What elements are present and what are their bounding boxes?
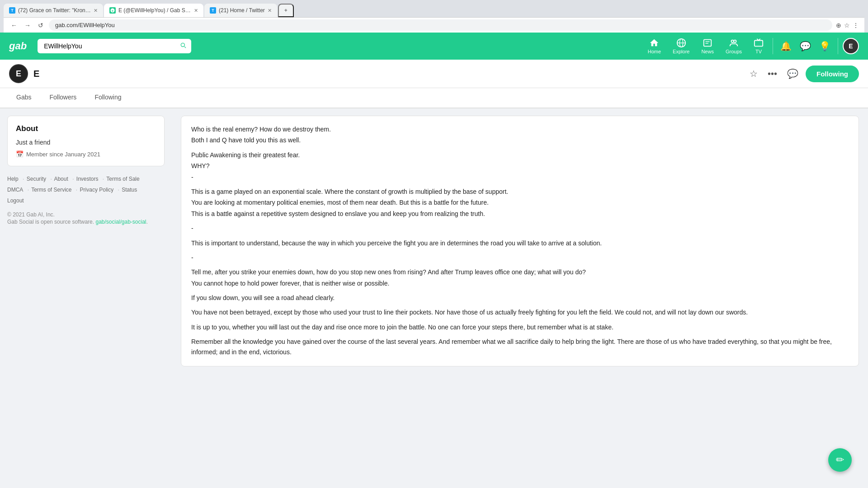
- footer-dmca[interactable]: DMCA: [7, 187, 23, 193]
- post-line-16: Remember all the knowledge you have gain…: [191, 337, 849, 357]
- profile-header: E E ☆ ••• 💬 Following: [0, 60, 868, 88]
- browser-addressbar: ← → ↺ ⊕ ☆ ⋮: [4, 17, 864, 33]
- post-line-2: Public Awakening is their greatest fear.: [191, 150, 849, 160]
- sidebar: About Just a friend 📅 Member since Janua…: [0, 108, 172, 488]
- compose-fab[interactable]: ✏: [828, 448, 852, 472]
- post-line-8: -: [191, 223, 849, 233]
- footer-status[interactable]: Status: [122, 187, 137, 193]
- browser-tab-twitter1[interactable]: T (72) Grace on Twitter: "Kronecke... ✕: [4, 4, 103, 17]
- svg-point-9: [734, 40, 736, 43]
- post-line-15: It is up to you, whether you will last o…: [191, 322, 849, 332]
- footer-oss: Gab Social is open source software. gab/…: [7, 219, 165, 225]
- svg-rect-5: [704, 40, 712, 47]
- main-layout: About Just a friend 📅 Member since Janua…: [0, 108, 868, 488]
- footer-oss-text: Gab Social is open source software.: [7, 219, 94, 225]
- cast-icon: ⊕: [836, 22, 841, 29]
- footer-about[interactable]: About: [54, 176, 68, 182]
- about-meta: 📅 Member since January 2021: [16, 150, 156, 158]
- tab-close-1[interactable]: ✕: [94, 8, 98, 14]
- following-button[interactable]: Following: [806, 66, 859, 82]
- footer-oss-link[interactable]: gab/social/gab-social: [95, 219, 146, 225]
- profile-username: E: [33, 69, 39, 79]
- calendar-icon: 📅: [16, 150, 24, 158]
- about-bio: Just a friend: [16, 139, 156, 146]
- nav-links: Home Explore News Groups TV 🔔 💬 💡: [643, 35, 859, 57]
- ideas-button[interactable]: 💡: [816, 38, 833, 54]
- main-scroll[interactable]: Who is the real enemy? How do we destroy…: [172, 108, 868, 488]
- address-bar[interactable]: [49, 19, 832, 31]
- notifications-button[interactable]: 🔔: [778, 38, 794, 54]
- nav-tv[interactable]: TV: [749, 35, 768, 57]
- star-button[interactable]: ☆: [747, 66, 760, 82]
- footer-security[interactable]: Security: [27, 176, 46, 182]
- nav-home[interactable]: Home: [643, 35, 665, 57]
- profile-tabs: Gabs Followers Following: [0, 88, 868, 108]
- tab-close-2[interactable]: ✕: [194, 8, 198, 14]
- more-button[interactable]: •••: [765, 66, 780, 82]
- nav-explore[interactable]: Explore: [668, 35, 694, 57]
- search-input[interactable]: [38, 39, 191, 53]
- post-line-4: -: [191, 172, 849, 182]
- gab-logo: gab: [9, 40, 27, 52]
- post-line-10: -: [191, 253, 849, 263]
- gab-app: gab Home Explore News Groups: [0, 33, 868, 488]
- browser-tabs: T (72) Grace on Twitter: "Kronecke... ✕ …: [4, 4, 864, 17]
- nav-tv-label: TV: [755, 49, 762, 54]
- search-wrap: [38, 39, 191, 53]
- post-line-1: Both I and Q have told you this as well.: [191, 135, 849, 145]
- footer-links: Help · Security · About · Investors · Te…: [7, 174, 165, 210]
- tab-followers[interactable]: Followers: [40, 88, 85, 108]
- main-content: Who is the real enemy? How do we destroy…: [172, 108, 868, 488]
- footer-copyright: © 2021 Gab AI, Inc.: [7, 211, 165, 218]
- svg-text:g: g: [112, 9, 113, 12]
- tab-favicon-twitter2: T: [210, 7, 216, 14]
- post-line-6: You are looking at momentary political e…: [191, 197, 849, 207]
- tab-close-3[interactable]: ✕: [268, 8, 272, 14]
- post-line-13: If you slow down, you will see a road ah…: [191, 293, 849, 303]
- about-card: About Just a friend 📅 Member since Janua…: [7, 116, 165, 166]
- footer-investors[interactable]: Investors: [76, 176, 99, 182]
- post-line-5: This is a game played on an exponential …: [191, 187, 849, 197]
- search-button[interactable]: [179, 42, 187, 51]
- footer-terms-of-service[interactable]: Terms of Service: [31, 187, 71, 193]
- tab-favicon-twitter1: T: [9, 7, 15, 14]
- bookmark-icon[interactable]: ☆: [844, 22, 850, 29]
- svg-rect-10: [755, 41, 763, 47]
- new-tab-button[interactable]: +: [278, 4, 294, 17]
- footer-logout[interactable]: Logout: [7, 197, 24, 204]
- footer-help[interactable]: Help: [7, 176, 19, 182]
- nav-news-label: News: [701, 49, 714, 54]
- avatar-letter: E: [16, 69, 21, 79]
- nav-groups-label: Groups: [726, 49, 742, 54]
- profile-avatar: E: [9, 64, 28, 83]
- post-content: Who is the real enemy? How do we destroy…: [181, 116, 859, 366]
- user-avatar[interactable]: E: [843, 38, 859, 54]
- post-line-11: Tell me, after you strike your enemies d…: [191, 267, 849, 277]
- post-line-7: This is a battle against a repetitive sy…: [191, 209, 849, 219]
- browser-tab-twitter2[interactable]: T (21) Home / Twitter ✕: [204, 4, 277, 17]
- tab-favicon-gab: g: [109, 7, 116, 14]
- chat-button[interactable]: 💬: [784, 66, 801, 82]
- member-since: Member since January 2021: [26, 151, 100, 158]
- post-line-14: You have not been betrayed, except by th…: [191, 307, 849, 317]
- reload-button[interactable]: ↺: [36, 21, 45, 30]
- nav-news[interactable]: News: [697, 35, 718, 57]
- profile-actions: ☆ ••• 💬 Following: [747, 66, 859, 82]
- back-button[interactable]: ←: [9, 21, 19, 30]
- tab-following[interactable]: Following: [85, 88, 130, 108]
- post-line-0: Who is the real enemy? How do we destroy…: [191, 124, 849, 134]
- menu-icon[interactable]: ⋮: [853, 22, 859, 29]
- forward-button[interactable]: →: [23, 21, 33, 30]
- top-nav: gab Home Explore News Groups: [0, 33, 868, 60]
- nav-home-label: Home: [648, 49, 661, 54]
- browser-tab-gab[interactable]: g E (@EWillHelpYou) / Gab Social ✕: [104, 4, 203, 17]
- footer-terms-of-sale[interactable]: Terms of Sale: [106, 176, 139, 182]
- footer-privacy-policy[interactable]: Privacy Policy: [80, 187, 114, 193]
- tab-gabs[interactable]: Gabs: [7, 88, 40, 108]
- nav-explore-label: Explore: [673, 49, 689, 54]
- nav-groups[interactable]: Groups: [721, 35, 746, 57]
- messages-button[interactable]: 💬: [797, 38, 814, 54]
- tab-title-gab: E (@EWillHelpYou) / Gab Social: [118, 7, 191, 14]
- browser-action-icons: ⊕ ☆ ⋮: [836, 22, 859, 29]
- nav-divider: [773, 38, 773, 54]
